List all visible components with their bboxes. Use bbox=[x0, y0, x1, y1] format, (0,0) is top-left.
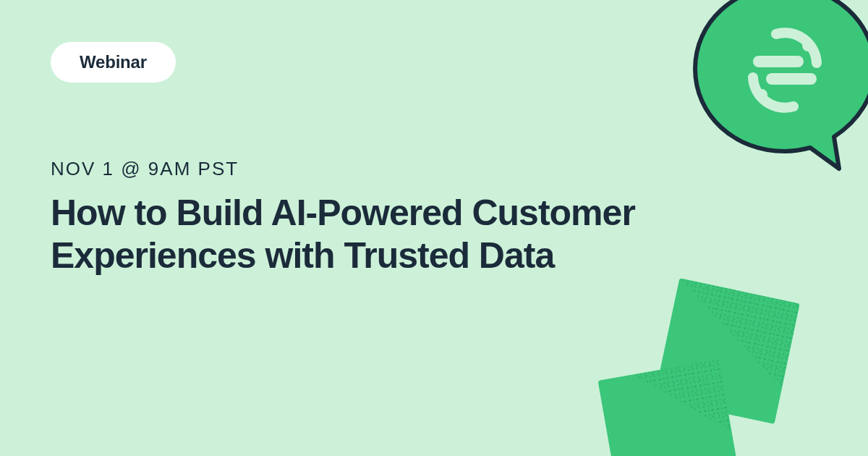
event-title: How to Build AI-Powered Customer Experie… bbox=[51, 192, 731, 277]
svg-rect-0 bbox=[753, 56, 804, 67]
promo-card: Webinar NOV 1 @ 9AM PST How to Build AI-… bbox=[0, 0, 868, 456]
category-badge-label: Webinar bbox=[80, 52, 147, 72]
decorative-square bbox=[598, 360, 741, 456]
category-badge: Webinar bbox=[51, 42, 176, 83]
speech-bubble-icon bbox=[684, 0, 868, 177]
decorative-squares bbox=[608, 282, 825, 456]
svg-rect-1 bbox=[766, 73, 817, 85]
event-datetime: NOV 1 @ 9AM PST bbox=[51, 158, 239, 180]
